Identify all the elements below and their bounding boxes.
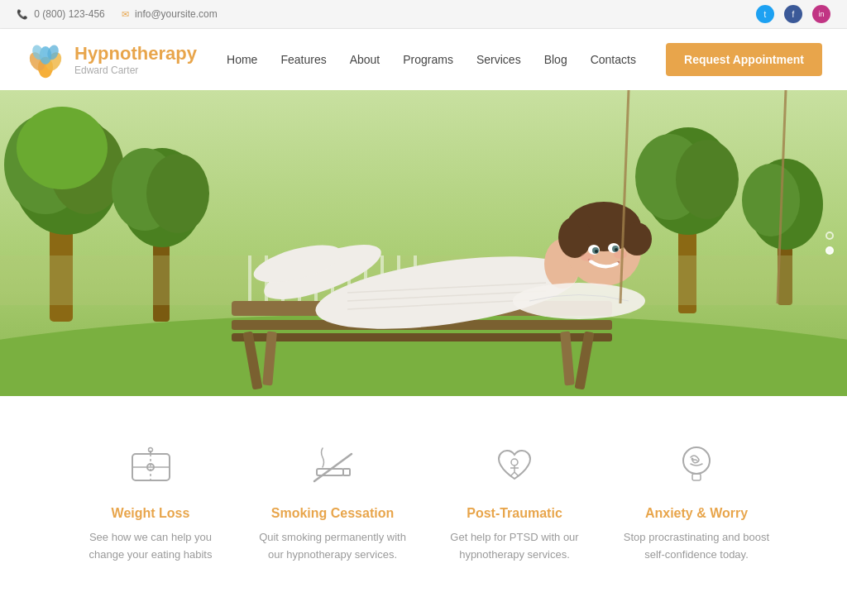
nav-programs[interactable]: Programs <box>403 53 453 66</box>
twitter-link[interactable]: t <box>756 5 774 23</box>
svg-point-62 <box>513 283 645 319</box>
email-info: ✉ info@yoursite.com <box>122 8 218 20</box>
phone-icon: 📞 <box>17 9 28 19</box>
features-section: Weight Loss See how we can help you chan… <box>0 396 847 597</box>
post-traumatic-icon <box>492 444 538 489</box>
hero-scene <box>0 90 847 396</box>
logo-subtitle: Edward Carter <box>74 64 197 76</box>
svg-point-53 <box>622 222 652 255</box>
svg-point-61 <box>614 251 627 259</box>
facebook-link[interactable]: f <box>784 5 802 23</box>
social-links: t f in <box>756 5 830 23</box>
request-appointment-button[interactable]: Request Appointment <box>666 43 822 76</box>
nav-contacts[interactable]: Contacts <box>591 53 636 66</box>
slide-dot-2[interactable] <box>825 246 834 255</box>
slide-dot-1[interactable] <box>825 232 834 240</box>
svg-rect-25 <box>248 255 251 301</box>
logo-text: Hypnotherapy Edward Carter <box>74 43 197 76</box>
logo-title: Hypnotherapy <box>74 43 197 64</box>
feature-ptsd: Post-Traumatic Get help for PTSD with ou… <box>424 442 605 564</box>
anxiety-icon <box>674 444 720 489</box>
svg-point-74 <box>511 459 518 466</box>
svg-line-73 <box>314 454 352 481</box>
feature-smoking: Smoking Cessation Quit smoking permanent… <box>242 442 424 564</box>
smoking-icon-wrap <box>308 442 357 491</box>
main-nav: Home Features About Programs Services Bl… <box>227 53 636 66</box>
nav-features[interactable]: Features <box>280 53 326 66</box>
weight-loss-desc: See how we can help you change your eati… <box>76 529 225 564</box>
anxiety-desc: Stop procrastinating and boost self-conf… <box>622 529 771 564</box>
logo: Hypnotherapy Edward Carter <box>25 39 197 80</box>
ptsd-icon-wrap <box>490 442 539 491</box>
svg-rect-80 <box>692 474 701 480</box>
email-icon: ✉ <box>122 9 129 19</box>
svg-line-78 <box>514 472 519 476</box>
svg-point-59 <box>615 248 618 251</box>
instagram-link[interactable]: in <box>812 5 830 23</box>
top-bar: 📞 0 (800) 123-456 ✉ info@yoursite.com t … <box>0 0 847 29</box>
phone-number: 0 (800) 123-456 <box>34 8 104 20</box>
header: Hypnotherapy Edward Carter Home Features… <box>0 29 847 90</box>
top-bar-contact: 📞 0 (800) 123-456 ✉ info@yoursite.com <box>17 8 218 20</box>
nav-home[interactable]: Home <box>227 53 257 66</box>
nav-blog[interactable]: Blog <box>544 53 567 66</box>
smoking-cessation-icon <box>310 444 356 489</box>
svg-point-20 <box>676 140 739 219</box>
anxiety-title: Anxiety & Worry <box>645 506 748 521</box>
svg-point-23 <box>742 164 800 236</box>
weight-loss-title: Weight Loss <box>112 506 190 521</box>
email-address: info@yoursite.com <box>135 8 218 20</box>
weight-loss-icon <box>128 444 174 489</box>
svg-rect-38 <box>232 333 612 341</box>
svg-point-12 <box>17 107 108 189</box>
svg-point-52 <box>558 217 591 258</box>
weight-loss-icon-wrap <box>126 442 175 491</box>
smoking-desc: Quit smoking permanently with our hypnot… <box>258 529 407 564</box>
svg-point-58 <box>595 250 598 253</box>
smoking-title: Smoking Cessation <box>271 506 394 521</box>
svg-point-16 <box>146 154 209 233</box>
svg-point-60 <box>581 253 594 261</box>
nav-about[interactable]: About <box>350 53 380 66</box>
slide-dots <box>825 232 834 255</box>
feature-weight-loss: Weight Loss See how we can help you chan… <box>60 442 242 564</box>
svg-rect-72 <box>343 469 350 475</box>
phone-info: 📞 0 (800) 123-456 <box>17 8 105 20</box>
ptsd-desc: Get help for PTSD with our hypnotherapy … <box>440 529 589 564</box>
feature-anxiety: Anxiety & Worry Stop procrastinating and… <box>605 442 787 564</box>
ptsd-title: Post-Traumatic <box>467 506 562 521</box>
svg-point-70 <box>148 447 152 451</box>
logo-icon <box>25 39 66 80</box>
svg-line-77 <box>510 472 514 476</box>
hero-section <box>0 90 847 396</box>
svg-point-81 <box>691 457 693 460</box>
nav-services[interactable]: Services <box>476 53 521 66</box>
anxiety-icon-wrap <box>672 442 721 491</box>
